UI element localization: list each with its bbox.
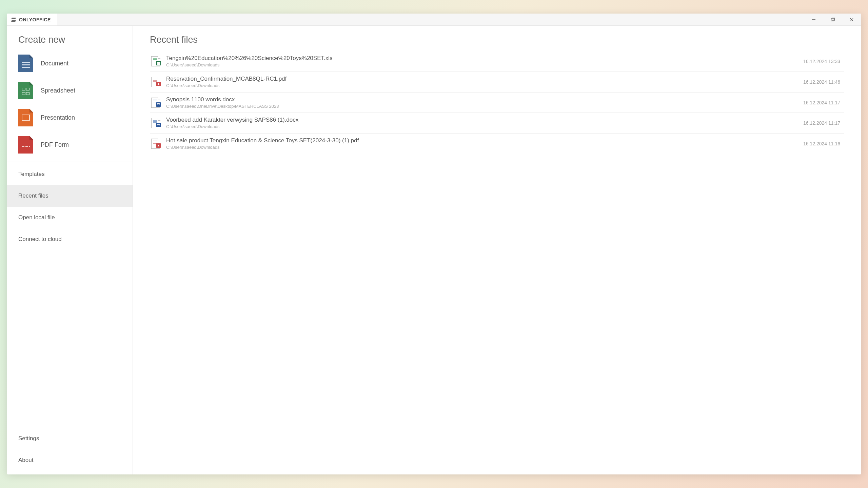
nav-about[interactable]: About (7, 449, 133, 471)
file-path: C:\Users\saeed\Downloads (166, 83, 797, 89)
file-info: Reservation_Confirmation_MCAB8QL-RC1.pdf… (166, 75, 797, 89)
svg-rect-2 (832, 18, 835, 20)
nav-templates[interactable]: Templates (7, 163, 133, 185)
app-name: ONLYOFFICE (19, 17, 51, 22)
file-timestamp: 16.12.2024 13:33 (803, 59, 843, 64)
nav-connect-to-cloud[interactable]: Connect to cloud (7, 228, 133, 250)
content-area: Create new DocumentSpreadsheetPresentati… (7, 26, 861, 474)
nav-recent-files[interactable]: Recent files (7, 185, 133, 207)
close-button[interactable] (842, 14, 861, 25)
file-info: Synopsis 1100 words.docxC:\Users\saeed\O… (166, 96, 797, 109)
docx-file-icon (151, 118, 160, 128)
file-info: Tengxin%20Education%20%26%20Science%20To… (166, 55, 797, 68)
recent-files-heading: Recent files (150, 35, 844, 51)
titlebar-drag-area[interactable] (57, 14, 804, 25)
maximize-button[interactable] (823, 14, 842, 25)
red-doc-icon (18, 136, 33, 154)
sidebar-top: Create new DocumentSpreadsheetPresentati… (7, 26, 133, 253)
recent-file-row[interactable]: Voorbeed add Karakter verwysing SAPS86 (… (150, 113, 844, 134)
sidebar-divider (7, 162, 133, 162)
recent-file-row[interactable]: Synopsis 1100 words.docxC:\Users\saeed\O… (150, 93, 844, 113)
file-name: Hot sale product Tengxin Education & Sci… (166, 137, 797, 145)
file-path: C:\Users\saeed\Downloads (166, 124, 797, 130)
minimize-button[interactable] (804, 14, 823, 25)
create-spreadsheet[interactable]: Spreadsheet (7, 77, 133, 104)
titlebar: ONLYOFFICE (7, 14, 861, 26)
create-item-label: Document (41, 60, 68, 67)
create-pdf-form[interactable]: PDF Form (7, 131, 133, 158)
xls-file-icon (151, 56, 160, 66)
close-icon (849, 17, 854, 22)
file-name: Synopsis 1100 words.docx (166, 96, 797, 104)
create-presentation[interactable]: Presentation (7, 104, 133, 131)
file-timestamp: 16.12.2024 11:17 (803, 100, 843, 105)
sidebar-bottom: SettingsAbout (7, 428, 133, 474)
main-panel: Recent files Tengxin%20Education%20%26%2… (133, 26, 861, 474)
file-timestamp: 16.12.2024 11:46 (803, 79, 843, 85)
recent-files-list: Tengxin%20Education%20%26%20Science%20To… (150, 51, 844, 154)
window-controls (804, 14, 861, 25)
create-item-label: Presentation (41, 114, 75, 121)
nav-settings[interactable]: Settings (7, 428, 133, 449)
app-window: ONLYOFFICE Create new DocumentSpreadshee… (7, 14, 861, 474)
file-path: C:\Users\saeed\Downloads (166, 62, 797, 68)
app-logo-icon (11, 17, 16, 22)
create-item-label: PDF Form (41, 141, 69, 148)
orange-doc-icon (18, 109, 33, 126)
recent-file-row[interactable]: Reservation_Confirmation_MCAB8QL-RC1.pdf… (150, 72, 844, 93)
file-path: C:\Users\saeed\OneDrive\Desktop\MASTERCL… (166, 104, 797, 109)
file-path: C:\Users\saeed\Downloads (166, 145, 797, 150)
pdf-file-icon (151, 139, 160, 149)
recent-file-row[interactable]: Tengxin%20Education%20%26%20Science%20To… (150, 51, 844, 72)
file-timestamp: 16.12.2024 11:17 (803, 120, 843, 126)
blue-doc-icon (18, 55, 33, 72)
file-info: Hot sale product Tengxin Education & Sci… (166, 137, 797, 150)
green-doc-icon (18, 82, 33, 99)
file-name: Tengxin%20Education%20%26%20Science%20To… (166, 55, 797, 62)
create-new-heading: Create new (7, 35, 133, 50)
file-name: Reservation_Confirmation_MCAB8QL-RC1.pdf (166, 75, 797, 83)
file-name: Voorbeed add Karakter verwysing SAPS86 (… (166, 116, 797, 124)
create-document[interactable]: Document (7, 50, 133, 77)
minimize-icon (811, 17, 816, 22)
create-item-label: Spreadsheet (41, 87, 75, 94)
file-info: Voorbeed add Karakter verwysing SAPS86 (… (166, 116, 797, 130)
maximize-icon (830, 17, 835, 22)
svg-rect-1 (831, 19, 834, 21)
docx-file-icon (151, 98, 160, 108)
file-timestamp: 16.12.2024 11:16 (803, 141, 843, 146)
nav-open-local-file[interactable]: Open local file (7, 207, 133, 228)
recent-file-row[interactable]: Hot sale product Tengxin Education & Sci… (150, 134, 844, 154)
app-tab[interactable]: ONLYOFFICE (7, 14, 57, 25)
pdf-file-icon (151, 77, 160, 87)
sidebar: Create new DocumentSpreadsheetPresentati… (7, 26, 133, 474)
